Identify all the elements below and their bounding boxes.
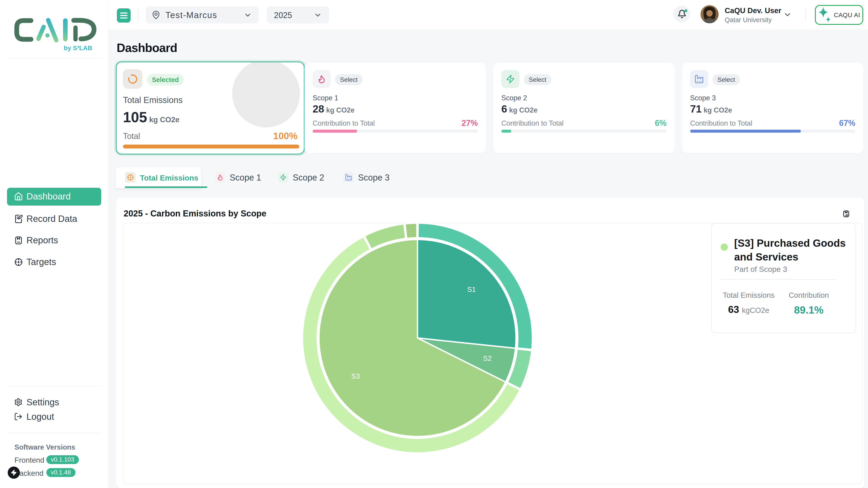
svg-text:S1: S1	[467, 286, 476, 293]
svg-text:by S³LAB: by S³LAB	[64, 44, 92, 52]
svg-text:S3: S3	[351, 372, 360, 380]
svg-text:S2: S2	[483, 355, 492, 362]
